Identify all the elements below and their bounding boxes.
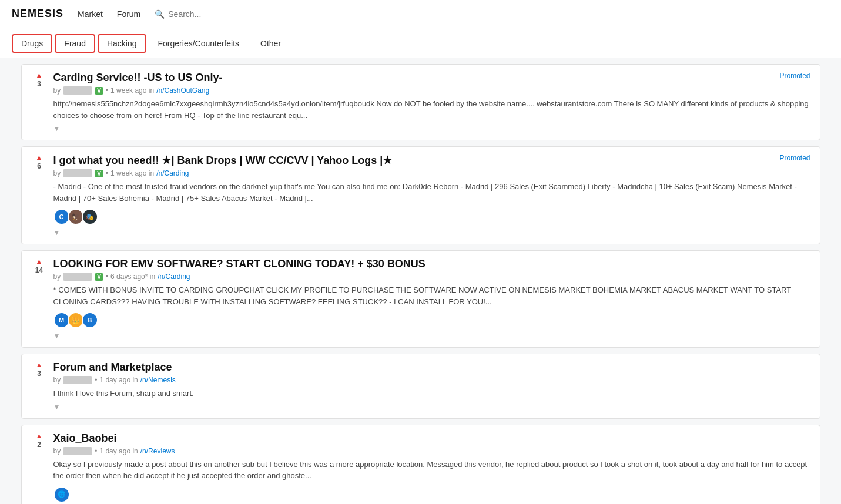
verified-badge: V <box>95 273 103 281</box>
by-label: by <box>53 376 61 384</box>
by-label: by <box>53 447 61 455</box>
vote-count: 2 <box>37 441 41 449</box>
verified-badge: V <box>95 87 103 95</box>
post-header-row: ▲6I got what you need!! ★| Bank Drops | … <box>31 154 810 225</box>
collapse-button[interactable]: ▼ <box>53 403 61 411</box>
post-title: Xaio_Baobei <box>53 432 117 445</box>
post-meta: byV•1 week ago in/n/CashOutGang <box>53 86 810 95</box>
collapse-button[interactable]: ▼ <box>53 125 61 133</box>
category-bar: DrugsFraudHackingForgeries/CounterfeitsO… <box>0 28 841 58</box>
category-tab-forgeries-counterfeits[interactable]: Forgeries/Counterfeits <box>149 34 249 53</box>
time-separator: • <box>106 273 108 281</box>
avatar: B <box>82 312 98 328</box>
post-title-row: I got what you need!! ★| Bank Drops | WW… <box>53 154 810 169</box>
post-preview: I think I love this Forum, sharp and sma… <box>53 388 810 399</box>
author-avatar-blur <box>63 447 92 455</box>
subreddit-link[interactable]: /n/CashOutGang <box>156 86 209 95</box>
category-tab-fraud[interactable]: Fraud <box>55 34 95 53</box>
category-tab-other[interactable]: Other <box>251 34 290 53</box>
collapse-button[interactable]: ▼ <box>53 229 61 237</box>
author-avatar-blur <box>63 376 92 384</box>
time-separator: • <box>106 86 108 95</box>
post-title-row: Carding Service!! -US to US Only-Promote… <box>53 72 810 86</box>
post-body: LOOKING FOR EMV SOFTWARE? START CLONING … <box>53 258 810 328</box>
avatar-group: C🦅🎭 <box>53 209 810 225</box>
upvote-button[interactable]: ▲ <box>36 154 43 161</box>
subreddit-link[interactable]: /n/Nemesis <box>140 376 176 384</box>
category-tab-drugs[interactable]: Drugs <box>12 34 52 53</box>
promoted-badge: Promoted <box>779 72 810 80</box>
avatar-group: 🌐 <box>53 486 810 503</box>
brand-logo: NEMESIS <box>12 8 63 20</box>
post-header-row: ▲3Carding Service!! -US to US Only-Promo… <box>31 72 810 121</box>
nav-market[interactable]: Market <box>78 9 103 19</box>
navbar: NEMESIS Market Forum 🔍 <box>0 0 841 28</box>
search-container: 🔍 <box>155 9 239 19</box>
promoted-badge: Promoted <box>779 154 810 162</box>
by-label: by <box>53 86 61 95</box>
collapse-button[interactable]: ▼ <box>53 332 61 340</box>
post-time: 1 day ago in <box>99 447 138 455</box>
vote-column: ▲14 <box>31 258 48 274</box>
post-title-row: Xaio_Baobei <box>53 432 810 447</box>
post-title-row: LOOKING FOR EMV SOFTWARE? START CLONING … <box>53 258 810 273</box>
subreddit-link[interactable]: /n/Reviews <box>140 447 175 455</box>
post-time: 6 days ago* in <box>110 273 155 281</box>
vote-column: ▲6 <box>31 154 48 170</box>
post-body: Xaio_Baobeiby•1 day ago in/n/ReviewsOkay… <box>53 432 810 503</box>
post-time: 1 week ago in <box>110 169 154 177</box>
post-time: 1 week ago in <box>110 86 154 95</box>
post-header-row: ▲3Forum and Marketplaceby•1 day ago in/n… <box>31 361 810 399</box>
collapse-row: ▼ <box>31 125 810 133</box>
upvote-button[interactable]: ▲ <box>36 432 43 439</box>
avatar: 🎭 <box>82 209 98 225</box>
vote-count: 3 <box>37 369 41 378</box>
vote-column: ▲2 <box>31 432 48 449</box>
author-avatar-blur <box>63 169 92 177</box>
post-meta: byV•1 week ago in/n/Carding <box>53 169 810 177</box>
post-body: I got what you need!! ★| Bank Drops | WW… <box>53 154 810 225</box>
collapse-row: ▼ <box>31 403 810 411</box>
post-title: Carding Service!! -US to US Only- <box>53 72 223 84</box>
author-avatar-blur <box>63 273 92 281</box>
by-label: by <box>53 273 61 281</box>
vote-count: 6 <box>37 162 41 170</box>
post-preview: - Madrid - One of the most trusted fraud… <box>53 181 810 204</box>
post-card: ▲14LOOKING FOR EMV SOFTWARE? START CLONI… <box>21 250 820 348</box>
author-avatar-blur <box>63 86 92 95</box>
time-separator: • <box>106 169 108 177</box>
upvote-button[interactable]: ▲ <box>36 72 43 79</box>
post-title: Forum and Marketplace <box>53 361 172 374</box>
vote-count: 3 <box>37 80 41 88</box>
avatar: 🌐 <box>53 486 70 503</box>
subreddit-link[interactable]: /n/Carding <box>158 273 190 281</box>
post-preview: * COMES WITH BONUS INVITE TO CARDING GRO… <box>53 284 810 307</box>
by-label: by <box>53 169 61 177</box>
post-header-row: ▲2Xaio_Baobeiby•1 day ago in/n/ReviewsOk… <box>31 432 810 503</box>
subreddit-link[interactable]: /n/Carding <box>156 169 189 177</box>
post-body: Carding Service!! -US to US Only-Promote… <box>53 72 810 121</box>
collapse-row: ▼ <box>31 229 810 237</box>
verified-badge: V <box>95 170 103 177</box>
nav-forum[interactable]: Forum <box>117 9 140 19</box>
vote-count: 14 <box>35 266 43 274</box>
search-icon: 🔍 <box>155 9 165 19</box>
avatar-group: M👑B <box>53 312 810 328</box>
post-preview: http://nemesis555nchzn2dogee6mlc7xxgeesh… <box>53 98 810 121</box>
post-card: ▲2Xaio_Baobeiby•1 day ago in/n/ReviewsOk… <box>21 425 820 505</box>
post-header-row: ▲14LOOKING FOR EMV SOFTWARE? START CLONI… <box>31 258 810 328</box>
post-meta: by•1 day ago in/n/Nemesis <box>53 376 810 384</box>
post-title-row: Forum and Marketplace <box>53 361 810 376</box>
time-separator: • <box>95 447 97 455</box>
upvote-button[interactable]: ▲ <box>36 258 43 265</box>
search-input[interactable] <box>168 9 239 19</box>
vote-column: ▲3 <box>31 72 48 88</box>
post-preview: Okay so I previously made a post about t… <box>53 459 810 482</box>
post-card: ▲6I got what you need!! ★| Bank Drops | … <box>21 146 820 244</box>
main-content: ▲3Carding Service!! -US to US Only-Promo… <box>9 58 832 504</box>
category-tab-hacking[interactable]: Hacking <box>98 34 146 53</box>
post-title: I got what you need!! ★| Bank Drops | WW… <box>53 154 393 167</box>
post-meta: byV•6 days ago* in/n/Carding <box>53 273 810 281</box>
upvote-button[interactable]: ▲ <box>36 361 43 368</box>
post-time: 1 day ago in <box>99 376 138 384</box>
